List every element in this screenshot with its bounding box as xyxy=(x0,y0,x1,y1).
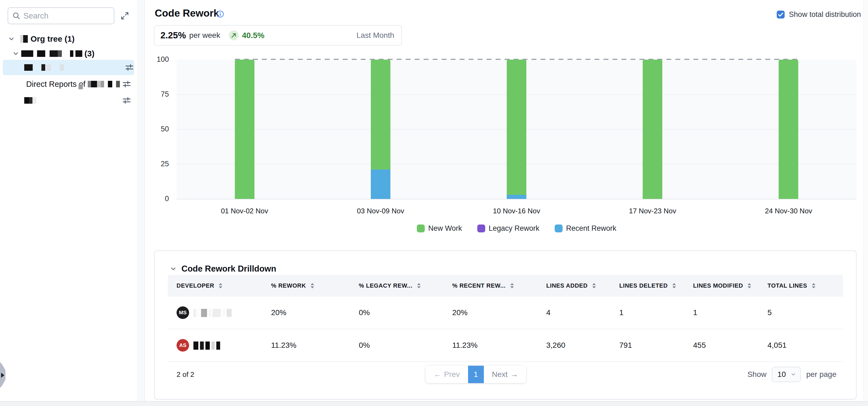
column-header-lines-modified[interactable]: LINES MODIFIED xyxy=(684,282,759,289)
modified-cell: 455 xyxy=(684,341,759,350)
added-cell: 4 xyxy=(537,308,611,317)
table-header-row: DEVELOPER% REWORK% LEGACY REW...% RECENT… xyxy=(168,275,843,297)
modified-cell: 1 xyxy=(684,308,759,317)
table-row: MS20%0%20%4115 xyxy=(168,297,843,329)
legend-item-recent-rework[interactable]: Recent Rework xyxy=(555,224,617,233)
bar-segment-new-work[interactable] xyxy=(643,60,662,199)
redacted-text xyxy=(73,50,75,57)
column-header-total-lines[interactable]: TOTAL LINES xyxy=(759,282,843,289)
legend-item-new-work[interactable]: New Work xyxy=(417,224,462,233)
page-size-select[interactable]: 10 xyxy=(772,367,801,382)
show-total-label: Show total distribution xyxy=(789,10,861,19)
redacted-developer-name xyxy=(193,308,233,317)
sidebar-item-node[interactable] xyxy=(0,95,137,106)
redacted-text xyxy=(108,81,112,87)
rework-stats-card: 2.25% per week 40.5% Last Month xyxy=(154,25,402,46)
x-category-label: 24 Nov-30 Nov xyxy=(745,207,832,215)
sort-icon[interactable] xyxy=(417,283,421,289)
column-header-lines-added[interactable]: LINES ADDED xyxy=(537,282,611,289)
search-input[interactable] xyxy=(23,11,106,21)
trend-up-icon xyxy=(229,31,239,40)
column-header-label: LINES MODIFIED xyxy=(693,282,743,289)
sidebar-item-direct-reports[interactable]: Direct Reports of xyxy=(0,78,137,90)
redacted-text xyxy=(79,84,83,89)
org-sidebar: Org tree (1) (3) Direct Reports of xyxy=(0,0,137,402)
collapse-chevron-icon[interactable] xyxy=(169,265,177,273)
direct-reports-label: Direct Reports of xyxy=(26,80,86,89)
y-tick-label: 25 xyxy=(149,160,169,168)
sort-icon[interactable] xyxy=(672,283,676,289)
drilldown-title: Code Rework Drilldown xyxy=(181,264,276,274)
pagination: ←Prev 1 Next→ xyxy=(426,366,526,383)
arrow-left-icon: ← xyxy=(434,370,441,379)
redacted-text xyxy=(37,50,45,57)
sort-icon[interactable] xyxy=(592,283,596,289)
bar-03 Nov-09 Nov[interactable] xyxy=(371,60,391,199)
group-count: (3) xyxy=(85,49,95,58)
chevron-down-icon[interactable] xyxy=(12,50,20,58)
sidebar-item-org-tree[interactable]: Org tree (1) xyxy=(8,33,75,45)
legacy-cell: 0% xyxy=(350,308,443,317)
prev-button[interactable]: ←Prev xyxy=(426,366,468,383)
filter-icon[interactable] xyxy=(123,80,131,88)
column-header-developer[interactable]: DEVELOPER xyxy=(168,282,262,289)
sidebar-item-group[interactable]: (3) xyxy=(12,48,95,59)
legend-swatch xyxy=(555,225,563,232)
legend-label: New Work xyxy=(428,224,462,233)
page-1-button[interactable]: 1 xyxy=(468,366,484,383)
x-category-label: 03 Nov-09 Nov xyxy=(337,207,424,215)
redacted-text xyxy=(97,81,101,87)
redacted-developer-name xyxy=(193,341,222,350)
vertical-scrollbar[interactable] xyxy=(863,0,868,402)
trend-value: 40.5% xyxy=(242,31,264,40)
total-cell: 5 xyxy=(759,308,843,317)
redacted-text xyxy=(24,64,33,71)
legend-swatch xyxy=(417,225,425,232)
x-category-label: 01 Nov-02 Nov xyxy=(201,207,288,215)
table-row: AS11.23%0%11.23%3,2607914554,051 xyxy=(168,329,843,362)
show-total-checkbox[interactable] xyxy=(777,11,785,19)
sidebar-item-selected[interactable] xyxy=(3,60,134,75)
next-button[interactable]: Next→ xyxy=(484,366,526,383)
sort-icon[interactable] xyxy=(747,283,751,289)
filter-icon[interactable] xyxy=(123,97,131,104)
search-box[interactable] xyxy=(8,7,115,24)
bar-segment-new-work[interactable] xyxy=(779,60,798,199)
expand-sidebar-icon[interactable] xyxy=(120,11,129,20)
bar-01 Nov-02 Nov[interactable] xyxy=(235,60,254,199)
bar-segment-new-work[interactable] xyxy=(507,60,526,195)
info-icon[interactable] xyxy=(217,10,224,18)
bar-10 Nov-16 Nov[interactable] xyxy=(507,60,526,199)
column-header-lines-deleted[interactable]: LINES DELETED xyxy=(611,282,684,289)
sort-icon[interactable] xyxy=(510,283,514,289)
redacted-text xyxy=(24,97,29,104)
redacted-text xyxy=(32,97,36,104)
show-label: Show xyxy=(747,370,766,379)
legend-item-legacy-rework[interactable]: Legacy Rework xyxy=(477,224,539,233)
page-size-control: Show 10 per page xyxy=(747,367,836,382)
developer-cell: MS xyxy=(168,306,262,319)
chevron-down-icon[interactable] xyxy=(8,35,15,43)
redacted-text xyxy=(60,64,64,71)
bar-24 Nov-30 Nov[interactable] xyxy=(779,60,798,199)
period-label: Last Month xyxy=(356,31,394,40)
sort-icon[interactable] xyxy=(218,283,223,289)
y-tick-label: 75 xyxy=(149,90,169,99)
sort-icon[interactable] xyxy=(310,283,314,289)
bar-segment-new-work[interactable] xyxy=(371,60,391,170)
column-header-label: % REWORK xyxy=(271,282,306,289)
rework-cell: 11.23% xyxy=(262,341,350,350)
redacted-text xyxy=(91,81,97,87)
column-header-recent-rew[interactable]: % RECENT REW... xyxy=(443,282,537,289)
bar-17 Nov-23 Nov[interactable] xyxy=(643,60,662,199)
column-header-label: LINES ADDED xyxy=(546,282,588,289)
sort-icon[interactable] xyxy=(812,283,816,289)
filter-icon[interactable] xyxy=(125,64,133,71)
column-header-rework[interactable]: % REWORK xyxy=(262,282,350,289)
bar-segment-recent-rework[interactable] xyxy=(507,195,526,199)
column-header-legacy-rew[interactable]: % LEGACY REW... xyxy=(350,282,443,289)
bar-segment-new-work[interactable] xyxy=(235,60,254,199)
redacted-text xyxy=(58,50,62,57)
horizontal-scrollbar[interactable] xyxy=(0,401,868,406)
bar-segment-recent-rework[interactable] xyxy=(371,170,391,199)
